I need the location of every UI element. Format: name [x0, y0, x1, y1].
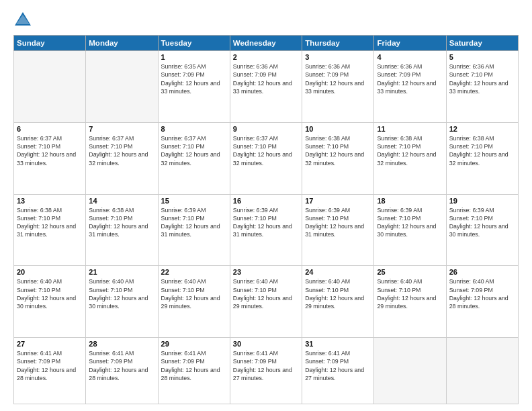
- day-number: 17: [305, 197, 371, 205]
- calendar-cell: [14, 51, 86, 123]
- day-info: Sunrise: 6:41 AM Sunset: 7:09 PM Dayligh…: [89, 349, 154, 382]
- day-info: Sunrise: 6:40 AM Sunset: 7:10 PM Dayligh…: [377, 277, 443, 310]
- day-info: Sunrise: 6:36 AM Sunset: 7:10 PM Dayligh…: [449, 62, 515, 95]
- calendar-cell: 5Sunrise: 6:36 AM Sunset: 7:10 PM Daylig…: [446, 51, 518, 123]
- day-number: 29: [161, 340, 227, 348]
- calendar-cell: [374, 338, 446, 404]
- day-number: 27: [17, 340, 83, 348]
- logo: [13, 11, 35, 30]
- calendar-cell: 12Sunrise: 6:38 AM Sunset: 7:10 PM Dayli…: [446, 122, 518, 194]
- day-of-week-tuesday: Tuesday: [158, 36, 230, 51]
- day-info: Sunrise: 6:38 AM Sunset: 7:10 PM Dayligh…: [89, 206, 154, 239]
- day-info: Sunrise: 6:40 AM Sunset: 7:10 PM Dayligh…: [89, 277, 154, 310]
- day-number: 12: [449, 125, 515, 133]
- day-info: Sunrise: 6:41 AM Sunset: 7:09 PM Dayligh…: [305, 349, 371, 382]
- day-number: 25: [377, 268, 443, 276]
- calendar-cell: 18Sunrise: 6:39 AM Sunset: 7:10 PM Dayli…: [374, 194, 446, 266]
- day-info: Sunrise: 6:38 AM Sunset: 7:10 PM Dayligh…: [17, 206, 83, 239]
- page: SundayMondayTuesdayWednesdayThursdayFrid…: [0, 0, 532, 411]
- calendar-cell: 25Sunrise: 6:40 AM Sunset: 7:10 PM Dayli…: [374, 266, 446, 338]
- day-number: 18: [377, 197, 443, 205]
- day-of-week-thursday: Thursday: [302, 36, 374, 51]
- day-of-week-monday: Monday: [86, 36, 158, 51]
- day-of-week-friday: Friday: [374, 36, 446, 51]
- day-info: Sunrise: 6:41 AM Sunset: 7:09 PM Dayligh…: [17, 349, 83, 382]
- calendar-cell: 27Sunrise: 6:41 AM Sunset: 7:09 PM Dayli…: [14, 338, 86, 404]
- header: [13, 11, 519, 30]
- calendar-week-1: 1Sunrise: 6:35 AM Sunset: 7:09 PM Daylig…: [14, 51, 519, 123]
- day-info: Sunrise: 6:39 AM Sunset: 7:10 PM Dayligh…: [305, 206, 371, 239]
- day-info: Sunrise: 6:37 AM Sunset: 7:10 PM Dayligh…: [161, 134, 227, 167]
- day-info: Sunrise: 6:41 AM Sunset: 7:09 PM Dayligh…: [233, 349, 299, 382]
- day-number: 16: [233, 197, 299, 205]
- day-number: 9: [233, 125, 299, 133]
- day-info: Sunrise: 6:36 AM Sunset: 7:09 PM Dayligh…: [233, 62, 299, 95]
- calendar-cell: 11Sunrise: 6:38 AM Sunset: 7:10 PM Dayli…: [374, 122, 446, 194]
- calendar-cell: 17Sunrise: 6:39 AM Sunset: 7:10 PM Dayli…: [302, 194, 374, 266]
- calendar-cell: [446, 338, 518, 404]
- svg-marker-1: [16, 15, 30, 24]
- day-of-week-wednesday: Wednesday: [230, 36, 302, 51]
- calendar-cell: 22Sunrise: 6:40 AM Sunset: 7:10 PM Dayli…: [158, 266, 230, 338]
- day-number: 15: [161, 197, 227, 205]
- day-info: Sunrise: 6:37 AM Sunset: 7:10 PM Dayligh…: [89, 134, 154, 167]
- calendar-cell: 10Sunrise: 6:38 AM Sunset: 7:10 PM Dayli…: [302, 122, 374, 194]
- calendar-cell: 24Sunrise: 6:40 AM Sunset: 7:10 PM Dayli…: [302, 266, 374, 338]
- day-number: 5: [449, 53, 515, 61]
- calendar-cell: 28Sunrise: 6:41 AM Sunset: 7:09 PM Dayli…: [86, 338, 158, 404]
- day-number: 23: [233, 268, 299, 276]
- day-info: Sunrise: 6:35 AM Sunset: 7:09 PM Dayligh…: [161, 62, 227, 95]
- calendar-cell: 7Sunrise: 6:37 AM Sunset: 7:10 PM Daylig…: [86, 122, 158, 194]
- day-number: 20: [17, 268, 83, 276]
- calendar-cell: [86, 51, 158, 123]
- calendar-header-row: SundayMondayTuesdayWednesdayThursdayFrid…: [14, 36, 519, 51]
- day-of-week-sunday: Sunday: [14, 36, 86, 51]
- day-number: 30: [233, 340, 299, 348]
- calendar-cell: 14Sunrise: 6:38 AM Sunset: 7:10 PM Dayli…: [86, 194, 158, 266]
- calendar-cell: 31Sunrise: 6:41 AM Sunset: 7:09 PM Dayli…: [302, 338, 374, 404]
- calendar-cell: 1Sunrise: 6:35 AM Sunset: 7:09 PM Daylig…: [158, 51, 230, 123]
- day-info: Sunrise: 6:40 AM Sunset: 7:10 PM Dayligh…: [305, 277, 371, 310]
- day-number: 22: [161, 268, 227, 276]
- day-number: 26: [449, 268, 515, 276]
- day-info: Sunrise: 6:39 AM Sunset: 7:10 PM Dayligh…: [233, 206, 299, 239]
- day-number: 24: [305, 268, 371, 276]
- day-of-week-saturday: Saturday: [446, 36, 518, 51]
- day-info: Sunrise: 6:39 AM Sunset: 7:10 PM Dayligh…: [449, 206, 515, 239]
- day-number: 3: [305, 53, 371, 61]
- day-info: Sunrise: 6:38 AM Sunset: 7:10 PM Dayligh…: [449, 134, 515, 167]
- day-number: 2: [233, 53, 299, 61]
- day-info: Sunrise: 6:36 AM Sunset: 7:09 PM Dayligh…: [377, 62, 443, 95]
- day-number: 19: [449, 197, 515, 205]
- day-info: Sunrise: 6:40 AM Sunset: 7:10 PM Dayligh…: [161, 277, 227, 310]
- day-number: 10: [305, 125, 371, 133]
- calendar-cell: 13Sunrise: 6:38 AM Sunset: 7:10 PM Dayli…: [14, 194, 86, 266]
- logo-icon: [13, 11, 32, 30]
- day-info: Sunrise: 6:38 AM Sunset: 7:10 PM Dayligh…: [305, 134, 371, 167]
- calendar-week-2: 6Sunrise: 6:37 AM Sunset: 7:10 PM Daylig…: [14, 122, 519, 194]
- calendar-cell: 23Sunrise: 6:40 AM Sunset: 7:10 PM Dayli…: [230, 266, 302, 338]
- calendar-cell: 16Sunrise: 6:39 AM Sunset: 7:10 PM Dayli…: [230, 194, 302, 266]
- day-info: Sunrise: 6:37 AM Sunset: 7:10 PM Dayligh…: [233, 134, 299, 167]
- day-info: Sunrise: 6:40 AM Sunset: 7:10 PM Dayligh…: [233, 277, 299, 310]
- day-number: 28: [89, 340, 154, 348]
- day-info: Sunrise: 6:36 AM Sunset: 7:09 PM Dayligh…: [305, 62, 371, 95]
- calendar-week-5: 27Sunrise: 6:41 AM Sunset: 7:09 PM Dayli…: [14, 338, 519, 404]
- calendar-table: SundayMondayTuesdayWednesdayThursdayFrid…: [13, 35, 519, 404]
- day-number: 14: [89, 197, 154, 205]
- calendar-cell: 2Sunrise: 6:36 AM Sunset: 7:09 PM Daylig…: [230, 51, 302, 123]
- calendar-cell: 26Sunrise: 6:40 AM Sunset: 7:09 PM Dayli…: [446, 266, 518, 338]
- calendar-cell: 8Sunrise: 6:37 AM Sunset: 7:10 PM Daylig…: [158, 122, 230, 194]
- calendar-cell: 30Sunrise: 6:41 AM Sunset: 7:09 PM Dayli…: [230, 338, 302, 404]
- day-info: Sunrise: 6:40 AM Sunset: 7:10 PM Dayligh…: [17, 277, 83, 310]
- calendar-cell: 6Sunrise: 6:37 AM Sunset: 7:10 PM Daylig…: [14, 122, 86, 194]
- calendar-cell: 15Sunrise: 6:39 AM Sunset: 7:10 PM Dayli…: [158, 194, 230, 266]
- day-info: Sunrise: 6:39 AM Sunset: 7:10 PM Dayligh…: [161, 206, 227, 239]
- day-number: 8: [161, 125, 227, 133]
- calendar-cell: 29Sunrise: 6:41 AM Sunset: 7:09 PM Dayli…: [158, 338, 230, 404]
- day-number: 1: [161, 53, 227, 61]
- day-info: Sunrise: 6:39 AM Sunset: 7:10 PM Dayligh…: [377, 206, 443, 239]
- day-number: 4: [377, 53, 443, 61]
- calendar-week-4: 20Sunrise: 6:40 AM Sunset: 7:10 PM Dayli…: [14, 266, 519, 338]
- calendar-cell: 21Sunrise: 6:40 AM Sunset: 7:10 PM Dayli…: [86, 266, 158, 338]
